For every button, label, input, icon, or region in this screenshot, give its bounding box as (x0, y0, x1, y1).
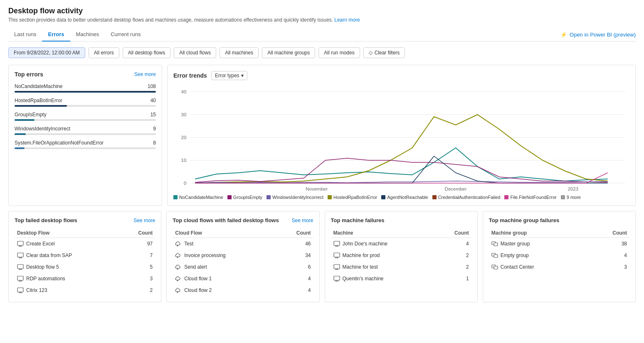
powerbi-icon: ⚡ (560, 32, 567, 38)
legend-dot (504, 195, 508, 199)
learn-more-link[interactable]: Learn more (334, 17, 360, 23)
flow-count-cell: 7 (121, 250, 155, 261)
cloud-flow-icon (175, 252, 182, 259)
top-machine-failures-panel: Top machine failures Machine Count (325, 211, 478, 302)
table-row: Send alert 6 (173, 261, 313, 273)
top-errors-see-more[interactable]: See more (134, 71, 156, 77)
svg-rect-43 (334, 241, 340, 245)
tab-last-runs[interactable]: Last runs (8, 28, 42, 42)
cloud-flow-icon (175, 287, 182, 294)
tab-errors[interactable]: Errors (42, 28, 70, 42)
open-powerbi-button[interactable]: ⚡ Open in Power BI (preview) (560, 32, 636, 38)
legend-label: HostedRpaBotInError (333, 195, 377, 200)
failed-desktop-flows-title: Top failed desktop flows (15, 217, 77, 223)
svg-rect-17 (17, 253, 23, 257)
page-title: Desktop flow activity (8, 7, 636, 15)
top-errors-panel: Top errors See more NoCandidateMachine 1… (8, 65, 162, 206)
cloud-flow-name-cell: Invoice processing (173, 250, 277, 261)
machine-group-icon (491, 264, 498, 270)
run-modes-filter-button[interactable]: All run modes (318, 47, 360, 58)
bottom-panels: Top failed desktop flows See more Deskto… (8, 211, 636, 302)
cloud-flow-name-cell: Send alert (173, 261, 277, 273)
flow-count-cell: 5 (121, 261, 155, 273)
date-filter-button[interactable]: From 9/28/2022, 12:00:00 AM (8, 47, 85, 58)
svg-rect-60 (494, 243, 498, 246)
tabs-bar: Last runs Errors Machines Current runs ⚡… (8, 28, 636, 42)
cloud-flow-name-cell: Cloud flow 1 (173, 273, 277, 284)
col-count: Count (589, 228, 629, 238)
cloud-flow-count-cell: 34 (277, 250, 313, 261)
error-item: GroupIsEmpty 15 (15, 112, 156, 121)
legend-dot (328, 195, 332, 199)
table-row: Invoice processing 34 (173, 250, 313, 261)
machines-filter-button[interactable]: All machines (220, 47, 259, 58)
machine-group-icon (491, 240, 498, 247)
legend-dot (432, 195, 437, 199)
legend-label: AgentNotReachable (387, 195, 428, 200)
error-count: 15 (151, 112, 156, 118)
svg-text:40: 40 (181, 89, 187, 94)
machine-groups-filter-button[interactable]: All machine groups (262, 47, 315, 58)
col-count: Count (437, 228, 471, 238)
flow-count-cell: 3 (121, 273, 155, 284)
cloud-flow-name-cell: Test (173, 238, 277, 250)
error-name: GroupIsEmpty (15, 112, 47, 118)
tab-current-runs[interactable]: Current runs (105, 28, 146, 42)
legend-dot (381, 195, 385, 199)
flow-name-cell: Desktop flow 5 (15, 261, 121, 273)
clear-filters-button[interactable]: ◇ Clear filters (363, 47, 405, 58)
table-row: Cloud flow 2 4 (173, 284, 313, 296)
cloud-flows-filter-button[interactable]: All cloud flows (174, 47, 216, 58)
flow-name-cell: Citrix 123 (15, 284, 121, 296)
flow-name-cell: Clear data from SAP (15, 250, 121, 261)
table-row: Contact Center 3 (489, 261, 629, 273)
failed-desktop-flows-see-more[interactable]: See more (133, 218, 155, 223)
table-row: John Doe's machine 4 (331, 238, 471, 250)
machine-group-name-cell: Master group (489, 238, 589, 250)
machine-group-icon (491, 252, 498, 259)
flow-count-cell: 97 (121, 238, 155, 250)
cloud-flows-title: Top cloud flows with failed desktop flow… (173, 217, 279, 223)
legend-item: AgentNotReachable (381, 195, 428, 200)
legend-label: 9 more (567, 195, 581, 200)
table-row: Desktop flow 5 5 (15, 261, 155, 273)
errors-filter-button[interactable]: All errors (89, 47, 119, 58)
error-name: NoCandidateMachine (15, 83, 62, 89)
table-row: RDP automations 3 (15, 273, 155, 284)
table-row: Citrix 123 2 (15, 284, 155, 296)
machine-failures-title: Top machine failures (331, 217, 385, 223)
desktop-flows-filter-button[interactable]: All desktop flows (123, 47, 170, 58)
flow-name-cell: Create Excel (15, 238, 121, 250)
error-items-list: NoCandidateMachine 108 HostedRpaBotInErr… (15, 83, 156, 149)
error-bar-fill (15, 147, 25, 149)
desktop-flow-icon (17, 252, 24, 259)
error-count: 108 (148, 83, 156, 89)
cloud-flows-see-more[interactable]: See more (291, 218, 313, 223)
machine-count-cell: 4 (437, 238, 471, 250)
error-name: WindowsIdentityIncorrect (15, 126, 70, 132)
table-row: Create Excel 97 (15, 238, 155, 250)
svg-text:November: November (306, 186, 328, 191)
legend-label: GroupIsEmpty (233, 195, 262, 200)
legend-label: NoCandidateMachine (179, 195, 223, 200)
svg-rect-64 (494, 266, 498, 269)
legend-label: File.FileNotFoundError (510, 195, 556, 200)
error-bar-track (15, 133, 156, 135)
machine-icon (333, 275, 340, 282)
error-trends-panel: Error trends Error types ▾ 40 30 (167, 65, 636, 206)
machine-failures-table: Machine Count John Doe's machine 4 (331, 228, 471, 284)
legend-item: GroupIsEmpty (227, 195, 262, 200)
error-types-dropdown[interactable]: Error types ▾ (211, 71, 247, 80)
machine-name-cell: Quentin's machine (331, 273, 437, 284)
machine-group-failures-title: Top machine group failures (489, 217, 560, 223)
machine-count-cell: 1 (437, 273, 471, 284)
main-content: Top errors See more NoCandidateMachine 1… (8, 65, 636, 206)
error-name: HostedRpaBotInError (15, 98, 62, 103)
machine-name-cell: John Doe's machine (331, 238, 437, 250)
cloud-flow-count-cell: 46 (277, 238, 313, 250)
tab-machines[interactable]: Machines (70, 28, 105, 42)
machine-count-cell: 2 (437, 261, 471, 273)
error-item: NoCandidateMachine 108 (15, 83, 156, 93)
svg-rect-47 (334, 253, 340, 257)
legend-dot (227, 195, 232, 199)
